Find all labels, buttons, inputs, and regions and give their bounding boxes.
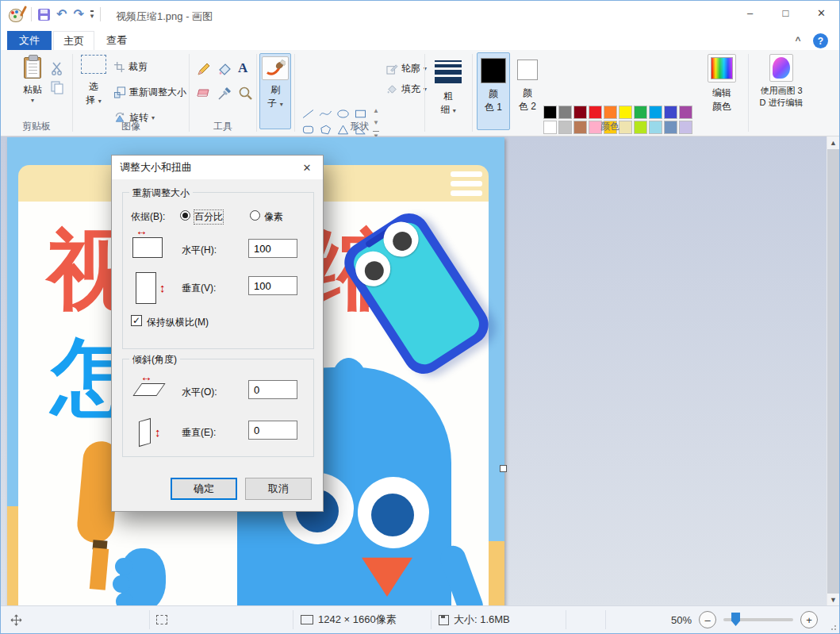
close-button[interactable]: ✕ [804, 1, 839, 25]
paint-app-icon[interactable] [9, 6, 25, 22]
skew-groupbox: 倾斜(角度) ↔ 水平(O): ↕ 垂直(E): [122, 359, 314, 457]
palette-swatch[interactable] [604, 106, 617, 119]
cancel-button[interactable]: 取消 [245, 478, 312, 500]
palette-swatch[interactable] [589, 106, 602, 119]
edit-with-paint3d-button[interactable]: 使用画图 3 D 进行编辑 [753, 54, 810, 109]
palette-swatch[interactable] [664, 106, 677, 119]
title-bar: ↶ ↷ ▾ 视频压缩1.png - 画图 – □ ✕ [1, 1, 839, 31]
divider [424, 54, 425, 132]
zoom-slider-thumb[interactable] [731, 613, 740, 626]
color2-button[interactable]: 颜 色 2 [512, 52, 543, 130]
pixels-radio[interactable] [250, 210, 260, 221]
customize-qat-icon[interactable]: ▾ [90, 10, 94, 19]
line-thickness-button[interactable]: 粗 细 ▾ [429, 53, 467, 129]
color2-swatch [517, 60, 538, 80]
divider [100, 7, 101, 21]
shape-ellipse-icon[interactable] [334, 106, 351, 121]
shape-curve-icon[interactable] [316, 106, 334, 121]
selection-icon [156, 615, 167, 624]
status-bar: 1242 × 1660像素 大小: 1.6MB 50% – + [1, 605, 839, 633]
resize-group-label: 重新调整大小 [129, 186, 193, 200]
selection-size-indicator [156, 606, 167, 633]
brush-button[interactable]: 刷 子 ▾ [259, 53, 291, 129]
skew-group-label: 倾斜(角度) [129, 353, 180, 367]
tab-file[interactable]: 文件 [7, 31, 52, 50]
dialog-title: 调整大小和扭曲 [120, 160, 192, 175]
keep-ratio-checkbox[interactable]: ✓ [131, 315, 142, 326]
fill-button[interactable]: 填充▾ [386, 82, 427, 96]
brush-icon [262, 56, 289, 80]
color-picker-tool-icon[interactable] [217, 86, 232, 101]
palette-swatch[interactable] [619, 106, 632, 119]
poster-yellow-corner-right [489, 541, 504, 608]
crop-button[interactable]: 裁剪 [113, 60, 148, 74]
vertical-scrollbar[interactable]: ▲ ▼ [827, 136, 839, 606]
shapes-scroll-up-icon[interactable]: ▲ [373, 107, 379, 114]
undo-icon[interactable]: ↶ [56, 8, 67, 21]
palette-swatch[interactable] [649, 106, 662, 119]
tab-home[interactable]: 主页 [53, 31, 94, 50]
zoom-slider[interactable] [723, 618, 793, 621]
skew-vertical-icon [139, 418, 151, 447]
fill-tool-icon[interactable] [217, 61, 232, 77]
magnifier-tool-icon[interactable] [238, 86, 253, 101]
scroll-up-icon[interactable]: ▲ [827, 136, 839, 149]
paste-button[interactable]: 粘贴 ▾ [15, 55, 50, 104]
canvas-resize-handle[interactable] [500, 465, 507, 472]
group-label-shapes: 形状 [296, 120, 423, 133]
copy-icon[interactable] [50, 80, 64, 94]
palette-swatch[interactable] [679, 106, 692, 119]
color1-swatch [481, 58, 506, 83]
text-tool-icon[interactable]: A [238, 60, 247, 76]
resize-by-label: 依据(B): [131, 210, 165, 224]
shape-rectangle-icon[interactable] [351, 106, 369, 121]
color1-button[interactable]: 颜 色 1 [477, 52, 510, 130]
zoom-in-button[interactable]: + [800, 611, 818, 628]
palette-swatch[interactable] [558, 106, 572, 119]
dialog-close-icon[interactable]: ✕ [299, 159, 315, 175]
keep-ratio-label[interactable]: 保持纵横比(M) [147, 316, 209, 329]
minimize-button[interactable]: – [732, 1, 768, 25]
resize-button[interactable]: 重新调整大小 [113, 85, 186, 99]
percent-radio[interactable] [180, 210, 190, 221]
divider [566, 610, 566, 629]
resize-grip[interactable] [828, 622, 836, 630]
divider [72, 54, 73, 132]
skew-vertical-input[interactable] [248, 421, 297, 440]
collapse-ribbon-icon[interactable]: ^ [790, 33, 806, 48]
percent-radio-label[interactable]: 百分比 [194, 210, 223, 224]
dialog-title-bar[interactable]: 调整大小和扭曲 ✕ [112, 156, 323, 179]
disk-icon [439, 615, 449, 625]
paint-window: ↶ ↷ ▾ 视频压缩1.png - 画图 – □ ✕ 文件 主页 查看 ^ ? … [0, 0, 840, 634]
scroll-down-icon[interactable]: ▼ [827, 594, 839, 606]
help-icon[interactable]: ? [813, 33, 828, 48]
divider [605, 610, 606, 629]
horizontal-input[interactable] [248, 239, 297, 258]
skew-horizontal-input[interactable] [248, 380, 297, 399]
group-label-image: 图像 [74, 120, 188, 133]
pencil-tool-icon[interactable] [196, 61, 212, 77]
outline-button[interactable]: 轮廓▾ [386, 61, 427, 75]
shape-line-icon[interactable] [299, 106, 316, 121]
select-icon [81, 55, 106, 74]
palette-swatch[interactable] [573, 106, 587, 119]
palette-swatch[interactable] [543, 106, 557, 119]
horizontal-arrow-icon: ↔ [136, 225, 148, 236]
edit-colors-button[interactable]: 编辑 颜色 [704, 54, 740, 113]
ok-button[interactable]: 确定 [171, 478, 237, 500]
vertical-input[interactable] [248, 276, 297, 295]
tab-view[interactable]: 查看 [96, 31, 137, 50]
redo-icon[interactable]: ↷ [73, 8, 83, 21]
palette-swatch[interactable] [634, 106, 647, 119]
save-icon[interactable] [38, 9, 50, 21]
horizontal-size-icon [132, 237, 163, 258]
zoom-out-button[interactable]: – [699, 611, 716, 628]
pixels-radio-label[interactable]: 像素 [264, 210, 283, 224]
resize-groupbox: 重新调整大小 依据(B): 百分比 像素 ↔ 水平(H): ↕ 垂直(V): ✓… [122, 192, 314, 349]
maximize-button[interactable]: □ [768, 1, 804, 25]
paint3d-icon [769, 54, 793, 82]
cut-icon[interactable] [50, 61, 64, 75]
cursor-position-indicator [10, 606, 22, 633]
eraser-tool-icon[interactable] [195, 86, 212, 101]
select-button[interactable]: 选 择 ▾ [77, 55, 110, 107]
